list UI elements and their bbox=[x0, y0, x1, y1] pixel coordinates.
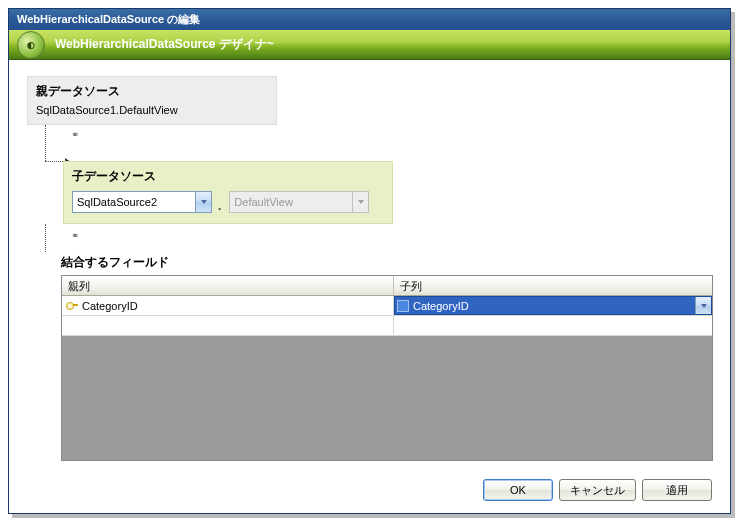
child-datasource-box: 子データソース SqlDataSource2 . DefaultView bbox=[63, 161, 393, 224]
dropdown-button-icon[interactable] bbox=[695, 297, 711, 314]
separator-dot: . bbox=[218, 199, 223, 213]
column-icon bbox=[397, 300, 409, 312]
chain-link-icon: ⚭ bbox=[71, 230, 79, 241]
child-column-dropdown[interactable]: CategoryID bbox=[394, 296, 712, 315]
grid-header: 親列 子列 bbox=[62, 276, 712, 296]
bind-fields-label: 結合するフィールド bbox=[61, 254, 712, 271]
child-view-value: DefaultView bbox=[234, 196, 352, 208]
bind-fields-grid: 親列 子列 CategoryID CategoryID bbox=[61, 275, 713, 461]
ok-button[interactable]: OK bbox=[483, 479, 553, 501]
child-column-cell[interactable]: CategoryID bbox=[394, 296, 712, 315]
apply-button[interactable]: 適用 bbox=[642, 479, 712, 501]
table-row[interactable]: CategoryID CategoryID bbox=[62, 296, 712, 316]
child-datasource-dropdown[interactable]: SqlDataSource2 bbox=[72, 191, 212, 213]
column-header-child[interactable]: 子列 bbox=[394, 276, 712, 295]
parent-datasource-box: 親データソース SqlDataSource1.DefaultView bbox=[27, 76, 277, 125]
parent-header: 親データソース bbox=[36, 83, 268, 100]
tree-connector: ⚭ bbox=[39, 224, 79, 252]
column-header-parent[interactable]: 親列 bbox=[62, 276, 394, 295]
parent-column-cell[interactable]: CategoryID bbox=[62, 296, 394, 315]
designer-banner: ◐ WebHierarchicalDataSource デザイナ~ bbox=[9, 30, 730, 60]
child-view-dropdown: DefaultView bbox=[229, 191, 369, 213]
content-area: 親データソース SqlDataSource1.DefaultView ⚭ 子デー… bbox=[9, 60, 730, 471]
cancel-button[interactable]: キャンセル bbox=[559, 479, 636, 501]
dropdown-button-icon[interactable] bbox=[195, 192, 211, 212]
grid-empty-area bbox=[62, 336, 712, 460]
parent-column-value: CategoryID bbox=[82, 300, 138, 312]
child-datasource-value: SqlDataSource2 bbox=[77, 196, 195, 208]
parent-value: SqlDataSource1.DefaultView bbox=[36, 104, 268, 116]
banner-title: WebHierarchicalDataSource デザイナ~ bbox=[55, 36, 274, 53]
dialog-window: WebHierarchicalDataSource の編集 ◐ WebHiera… bbox=[8, 8, 731, 514]
dropdown-button-icon bbox=[352, 192, 368, 212]
primary-key-icon bbox=[66, 300, 78, 312]
titlebar: WebHierarchicalDataSource の編集 bbox=[9, 9, 730, 30]
table-empty-row[interactable] bbox=[62, 316, 712, 336]
dialog-button-bar: OK キャンセル 適用 bbox=[9, 471, 730, 513]
tree-connector: ⚭ bbox=[39, 125, 79, 161]
child-header: 子データソース bbox=[72, 168, 384, 185]
child-column-value: CategoryID bbox=[413, 300, 469, 312]
datasource-icon: ◐ bbox=[17, 31, 45, 59]
window-title: WebHierarchicalDataSource の編集 bbox=[17, 13, 200, 25]
chain-link-icon: ⚭ bbox=[71, 129, 79, 140]
